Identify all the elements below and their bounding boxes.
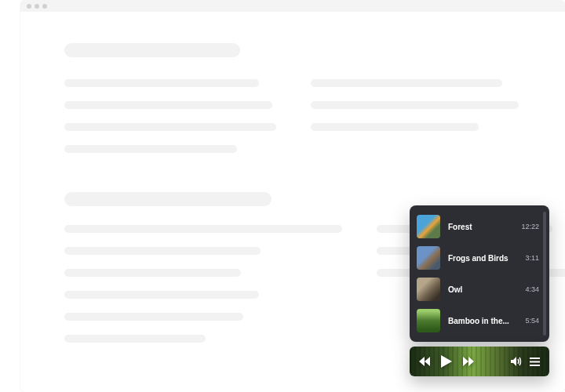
skeleton-line — [64, 225, 342, 233]
skeleton-line — [64, 123, 276, 131]
track-title: Forest — [448, 223, 513, 231]
app-window: Forest12:22Frogs and Birds3:11Owl4:34Bam… — [20, 0, 565, 392]
skeleton-line — [64, 269, 241, 277]
svg-rect-2 — [530, 365, 540, 366]
skeleton-line — [64, 247, 261, 255]
skeleton-title — [64, 43, 240, 57]
audio-player: Forest12:22Frogs and Birds3:11Owl4:34Bam… — [410, 205, 549, 376]
skeleton-line — [64, 79, 259, 87]
skeleton-line — [64, 101, 272, 109]
next-button[interactable] — [463, 357, 474, 366]
track-artwork — [417, 278, 440, 301]
track-title: Frogs and Birds — [448, 254, 517, 263]
track-title: Owl — [448, 285, 517, 294]
playlist-track[interactable]: Forest12:22 — [415, 211, 544, 242]
track-duration: 12:22 — [521, 223, 539, 230]
skeleton-line — [64, 335, 206, 343]
track-artwork — [417, 246, 440, 270]
skeleton-title — [64, 192, 272, 206]
playlist-track[interactable]: Bamboo in the...5:54 — [415, 305, 544, 336]
track-duration: 4:34 — [525, 285, 539, 293]
skeleton-columns-1 — [64, 79, 521, 153]
skeleton-line — [64, 291, 259, 299]
skeleton-line — [64, 313, 243, 321]
svg-rect-1 — [530, 361, 540, 362]
track-duration: 5:54 — [525, 317, 539, 325]
play-button[interactable] — [441, 355, 452, 368]
skeleton-line — [311, 101, 519, 109]
track-duration: 3:11 — [525, 254, 539, 262]
traffic-light-close[interactable] — [27, 4, 31, 9]
track-artwork — [417, 309, 440, 332]
traffic-light-minimize[interactable] — [35, 4, 39, 9]
svg-rect-0 — [530, 358, 540, 359]
track-artwork — [417, 215, 440, 238]
skeleton-line — [311, 79, 502, 87]
previous-button[interactable] — [419, 357, 430, 366]
playlist-panel: Forest12:22Frogs and Birds3:11Owl4:34Bam… — [410, 205, 549, 342]
playlist-track[interactable]: Owl4:34 — [415, 274, 544, 305]
volume-button[interactable] — [511, 357, 522, 366]
playlist-toggle-button[interactable] — [530, 358, 540, 366]
traffic-light-zoom[interactable] — [42, 4, 47, 9]
skeleton-line — [311, 123, 479, 131]
skeleton-line — [64, 145, 237, 153]
track-title: Bamboo in the... — [448, 317, 517, 325]
window-titlebar — [20, 0, 565, 12]
playlist-track[interactable]: Frogs and Birds3:11 — [415, 242, 544, 274]
player-controls — [410, 347, 549, 376]
